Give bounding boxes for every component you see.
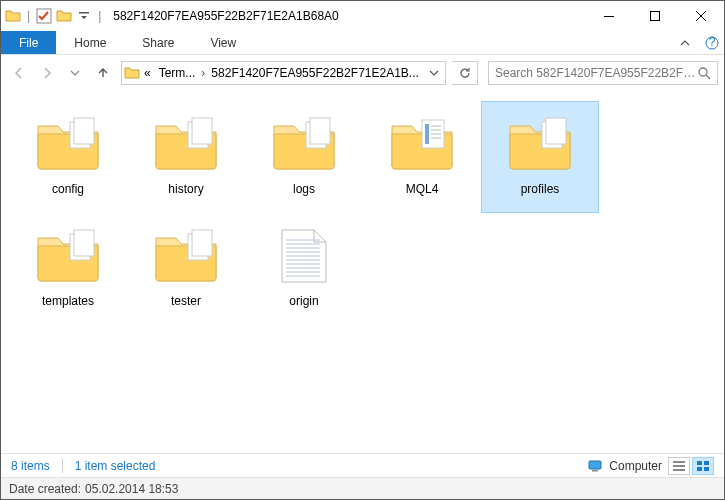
svg-rect-23 (74, 230, 94, 256)
file-item[interactable]: origin (245, 213, 363, 325)
svg-rect-11 (192, 118, 212, 144)
breadcrumb-item[interactable]: Term... (155, 66, 200, 80)
file-text-icon (264, 220, 344, 292)
details-value: 05.02.2014 18:53 (85, 482, 178, 496)
tab-share[interactable]: Share (124, 31, 192, 54)
svg-rect-13 (310, 118, 330, 144)
close-button[interactable] (678, 1, 724, 31)
details-label: Date created: (9, 482, 81, 496)
tab-view[interactable]: View (192, 31, 254, 54)
file-item-label: profiles (521, 182, 560, 196)
breadcrumb-item[interactable]: 582F1420F7EA955F22B2F71E2A1B... (207, 66, 422, 80)
svg-rect-42 (704, 461, 709, 465)
folder-icon (56, 8, 72, 24)
svg-rect-43 (697, 467, 702, 471)
recent-locations-button[interactable] (63, 61, 87, 85)
details-view-button[interactable] (668, 457, 690, 475)
separator (62, 459, 63, 473)
svg-rect-40 (673, 469, 685, 471)
address-bar[interactable]: « Term... › 582F1420F7EA955F22B2F71E2A1B… (121, 61, 446, 85)
large-icons-view-button[interactable] (692, 457, 714, 475)
svg-rect-38 (673, 461, 685, 463)
chevron-right-icon[interactable]: › (199, 66, 207, 80)
breadcrumb-prefix: « (140, 66, 155, 80)
folder-icon (28, 108, 108, 180)
status-bar: 8 items 1 item selected Computer (1, 453, 724, 477)
file-item-label: MQL4 (406, 182, 439, 196)
location-label: Computer (609, 459, 662, 473)
folder-icon (264, 108, 344, 180)
minimize-button[interactable] (586, 1, 632, 31)
folder-content-icon (382, 108, 462, 180)
back-button[interactable] (7, 61, 31, 85)
window-title: 582F1420F7EA955F22B2F71E2A1B68A0 (107, 9, 586, 23)
item-count: 8 items (11, 459, 50, 473)
search-input[interactable]: Search 582F1420F7EA955F22B2F71E2... (488, 61, 718, 85)
file-item[interactable]: logs (245, 101, 363, 213)
file-item-label: logs (293, 182, 315, 196)
svg-point-6 (699, 68, 707, 76)
help-icon[interactable]: ? (700, 31, 724, 54)
navigation-bar: « Term... › 582F1420F7EA955F22B2F71E2A1B… (1, 55, 724, 91)
qat-dropdown-icon[interactable] (76, 8, 92, 24)
checkbox-icon[interactable] (36, 8, 52, 24)
file-item-label: templates (42, 294, 94, 308)
svg-line-7 (706, 75, 710, 79)
search-icon (697, 66, 711, 80)
separator: | (96, 9, 103, 23)
folder-icon (500, 108, 580, 180)
svg-rect-3 (651, 12, 660, 21)
svg-rect-25 (192, 230, 212, 256)
file-item[interactable]: tester (127, 213, 245, 325)
folder-icon (146, 108, 226, 180)
svg-text:?: ? (709, 36, 716, 49)
ribbon-tabs: File Home Share View ? (1, 31, 724, 55)
separator: | (25, 9, 32, 23)
search-placeholder: Search 582F1420F7EA955F22B2F71E2... (495, 66, 697, 80)
file-item-label: origin (289, 294, 318, 308)
file-item[interactable]: history (127, 101, 245, 213)
svg-rect-9 (74, 118, 94, 144)
svg-rect-44 (704, 467, 709, 471)
file-item-label: tester (171, 294, 201, 308)
file-item-label: config (52, 182, 84, 196)
selection-count: 1 item selected (75, 459, 156, 473)
svg-rect-21 (546, 118, 566, 144)
ribbon-expand-icon[interactable] (670, 31, 700, 54)
qat: | | (1, 8, 107, 24)
folder-icon (5, 8, 21, 24)
tab-file[interactable]: File (1, 31, 56, 54)
refresh-button[interactable] (452, 61, 478, 85)
chevron-down-icon[interactable] (425, 68, 443, 78)
file-item[interactable]: templates (9, 213, 127, 325)
title-bar: | | 582F1420F7EA955F22B2F71E2A1B68A0 (1, 1, 724, 31)
file-item-label: history (168, 182, 203, 196)
svg-rect-37 (592, 470, 598, 472)
forward-button[interactable] (35, 61, 59, 85)
file-item[interactable]: MQL4 (363, 101, 481, 213)
file-item[interactable]: profiles (481, 101, 599, 213)
window-controls (586, 1, 724, 31)
file-item[interactable]: config (9, 101, 127, 213)
svg-rect-39 (673, 465, 685, 467)
maximize-button[interactable] (632, 1, 678, 31)
svg-rect-41 (697, 461, 702, 465)
svg-rect-1 (79, 12, 89, 14)
tab-home[interactable]: Home (56, 31, 124, 54)
folder-icon (146, 220, 226, 292)
folder-icon (124, 65, 140, 81)
svg-rect-15 (425, 124, 429, 144)
file-list[interactable]: confighistorylogsMQL4profilestemplateste… (1, 91, 724, 453)
svg-rect-36 (589, 461, 601, 469)
folder-icon (28, 220, 108, 292)
up-button[interactable] (91, 61, 115, 85)
details-bar: Date created: 05.02.2014 18:53 (1, 477, 724, 499)
computer-icon (587, 458, 603, 474)
svg-rect-2 (604, 16, 614, 17)
